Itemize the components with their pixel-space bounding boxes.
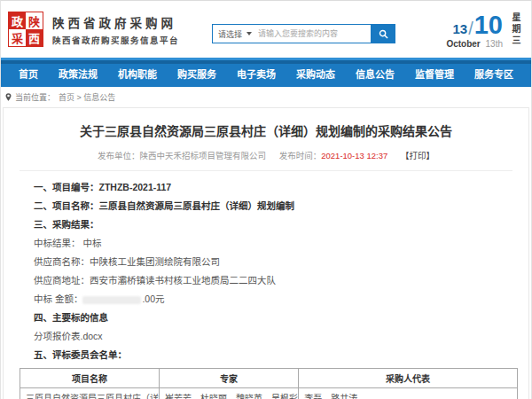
date-month-number: 10: [474, 12, 503, 38]
bid-result-line: 中标结果： 中标: [34, 239, 512, 249]
chevron-down-icon: [246, 32, 252, 35]
redacted-amount: [82, 296, 141, 304]
table-row: 三原县自然资源局三原县村庄（详细）规划编制 崔芳芳、杜晓丽、魏晓英、吴枫彩、余杨…: [20, 387, 518, 399]
date-month-en: October: [446, 39, 480, 49]
brand: 陕西省政府采购网 陕西省政府购买服务信息平台: [52, 13, 179, 46]
publisher-name: 陕西中天禾招标项目管理有限公司: [140, 151, 267, 160]
bid-amount-line: 中标 金额：.00元: [34, 294, 512, 305]
nav-item-supervision[interactable]: 监督管理: [415, 66, 454, 81]
main-subject-heading: 四、主要标的信息: [34, 313, 512, 324]
nav-item-e-marketplace[interactable]: 电子卖场: [237, 66, 276, 81]
nav-item-procurement-news[interactable]: 采购动态: [296, 66, 335, 81]
supplier-address-value: 西安市灞桥镇读书村核工业地质局二二四大队: [90, 275, 276, 286]
date-day-ordinal: 13th: [486, 39, 503, 49]
meta-divider: [20, 170, 512, 171]
evaluation-committee-heading: 五、评标委员会名单：: [34, 350, 512, 361]
project-name-label: 二、项目名称：: [34, 200, 99, 211]
breadcrumb-trail[interactable]: 首页 > 信息公告: [59, 91, 115, 103]
logo-char: 西: [26, 29, 43, 46]
main-nav: 首页 政策法规 机构职能 购买服务 电子卖场 采购动态 信息公告 监督管理 服务…: [1, 58, 531, 87]
bid-amount-suffix: .00元: [142, 293, 164, 304]
col-purchaser-rep: 采购人代表: [299, 368, 518, 387]
bid-amount-label: 中标 金额：: [34, 293, 82, 304]
supplier-name-label: 供应商名称：: [34, 256, 90, 267]
publisher-label: 发布单位：: [98, 151, 140, 160]
date-day: 13: [452, 22, 467, 38]
nav-item-purchase-services[interactable]: 购买服务: [177, 66, 216, 81]
breadcrumb-label: 当前位置：: [15, 91, 55, 103]
search-box: 请选择: [212, 24, 372, 43]
announcement-panel: 关于三原县自然资源局三原县村庄（详细）规划编制的采购结果公告 发布单位：陕西中天…: [3, 107, 529, 399]
project-number-value: ZTHZB-2021-117: [99, 182, 172, 192]
cell-experts: 崔芳芳、杜晓丽、魏晓英、吴枫彩、余杨文: [160, 387, 299, 399]
supplier-address-line: 供应商地址：西安市灞桥镇读书村核工业地质局二二四大队: [34, 276, 512, 286]
procurement-result-heading: 三、采购结果：: [34, 220, 512, 231]
date-weekday: 星期三: [509, 12, 522, 51]
project-name-value: 三原县自然资源局三原县村庄（详细）规划编制: [99, 200, 295, 211]
search-input[interactable]: [258, 29, 371, 38]
breadcrumb: 当前位置： 首页 > 信息公告: [1, 87, 531, 107]
announcement-title: 关于三原县自然资源局三原县村庄（详细）规划编制的采购结果公告: [4, 121, 528, 139]
cell-purchaser-rep: 李磊、路井涛: [299, 387, 518, 399]
date-widget: 13 / 10 October 13th 星期三: [446, 12, 522, 51]
bid-result-value: 中标: [82, 238, 101, 248]
nav-item-policies[interactable]: 政策法规: [59, 66, 98, 81]
nav-item-service-zone[interactable]: 服务专区: [474, 66, 513, 81]
page: 政 陕 采 西 陕西省政府采购网 陕西省政府购买服务信息平台 请选择: [0, 0, 532, 399]
announcement-body: 一、项目编号：ZTHZB-2021-117 二、项目名称：三原县自然资源局三原县…: [4, 183, 528, 361]
nav-item-home[interactable]: 首页: [19, 66, 38, 81]
site-subtitle: 陕西省政府购买服务信息平台: [52, 34, 179, 46]
search-select-label: 请选择: [218, 28, 242, 40]
site-logo: 政 陕 采 西: [8, 12, 43, 47]
attachment-link[interactable]: 分项报价表.docx: [34, 332, 512, 342]
table-header-row: 项目名称 专家 采购人代表: [20, 368, 518, 387]
evaluation-committee-table: 项目名称 专家 采购人代表 三原县自然资源局三原县村庄（详细）规划编制 崔芳芳、…: [20, 368, 518, 399]
print-button[interactable]: 【打印】: [401, 151, 434, 160]
location-pin-icon: [5, 93, 12, 101]
supplier-address-label: 供应商地址：: [34, 275, 90, 286]
project-number-label: 一、项目编号：: [34, 182, 99, 192]
search-icon: [379, 29, 388, 39]
bid-result-label: 中标结果：: [34, 238, 81, 248]
nav-item-functions[interactable]: 机构职能: [118, 66, 157, 81]
site-title: 陕西省政府采购网: [52, 13, 179, 31]
search-button[interactable]: [372, 24, 395, 43]
nav-item-announcements[interactable]: 信息公告: [356, 66, 395, 81]
site-header: 政 陕 采 西 陕西省政府采购网 陕西省政府购买服务信息平台 请选择: [1, 1, 531, 58]
cell-project-name: 三原县自然资源局三原县村庄（详细）规划编制: [20, 387, 160, 399]
search-bar: 请选择: [212, 24, 395, 43]
search-category-select[interactable]: 请选择: [213, 28, 258, 40]
publish-time: 2021-10-13 12:37: [321, 151, 387, 160]
supplier-name-line: 供应商名称：中陕核工业集团测绘院有限公司: [34, 257, 512, 268]
project-number-line: 一、项目编号：ZTHZB-2021-117: [34, 183, 512, 193]
date-slash: /: [467, 20, 474, 38]
project-name-line: 二、项目名称：三原县自然资源局三原县村庄（详细）规划编制: [34, 201, 512, 212]
publish-time-label: 发布时间：: [279, 151, 322, 160]
supplier-name-value: 中陕核工业集团测绘院有限公司: [90, 256, 220, 267]
announcement-meta: 发布单位：陕西中天禾招标项目管理有限公司 发布时间：2021-10-13 12:…: [4, 149, 528, 161]
logo-char: 陕: [26, 12, 43, 29]
logo-char: 采: [9, 29, 26, 46]
col-experts: 专家: [160, 368, 299, 387]
col-project-name: 项目名称: [20, 368, 160, 387]
logo-char: 政: [9, 12, 26, 29]
